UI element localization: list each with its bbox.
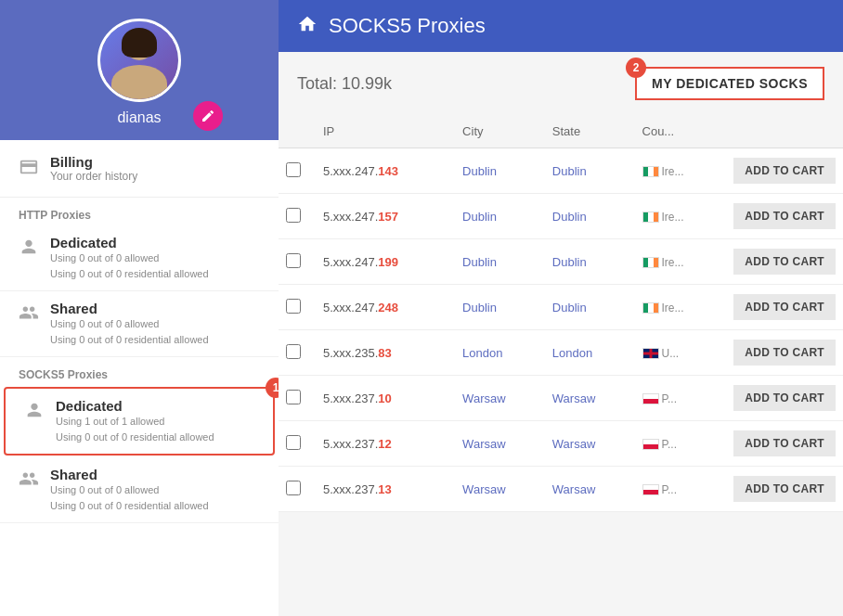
cell-country: Ire... (635, 194, 722, 239)
cell-city: Warsaw (455, 421, 545, 467)
main-header: SOCKS5 Proxies (279, 0, 843, 52)
billing-menu-item[interactable]: Billing Your order history (0, 140, 279, 198)
sidebar-header: dianas (0, 0, 279, 140)
cell-action: ADD TO CART (722, 376, 843, 421)
col-header-state: State (545, 115, 635, 148)
socks5-shared-sub1: Using 0 out of 0 allowed (50, 482, 209, 498)
cell-state: Dublin (545, 239, 635, 285)
add-to-cart-button[interactable]: ADD TO CART (733, 294, 836, 320)
add-to-cart-button[interactable]: ADD TO CART (733, 203, 836, 229)
add-to-cart-button[interactable]: ADD TO CART (733, 385, 836, 411)
total-count: Total: 10.99k (297, 74, 392, 94)
cell-state: Warsaw (545, 376, 635, 421)
add-to-cart-button[interactable]: ADD TO CART (733, 249, 836, 275)
home-icon[interactable] (297, 14, 318, 39)
cell-action: ADD TO CART (722, 148, 843, 194)
proxy-table-body: 5.xxx.247.143DublinDublinIre...ADD TO CA… (279, 148, 843, 512)
cell-action: ADD TO CART (722, 285, 843, 330)
http-dedicated-title: Dedicated (50, 235, 209, 250)
cell-ip: 5.xxx.237.12 (316, 421, 455, 467)
dedicated-btn-wrapper: MY DEDICATED SOCKS 2 (635, 67, 824, 100)
http-shared-title: Shared (50, 301, 209, 316)
cell-country: P... (635, 376, 722, 421)
username-label: dianas (117, 109, 161, 126)
sidebar-item-socks5-shared[interactable]: Shared Using 0 out of 0 allowed Using 0 … (0, 457, 279, 523)
cell-country: P... (635, 421, 722, 467)
table-row: 5.xxx.247.199DublinDublinIre...ADD TO CA… (279, 239, 843, 285)
table-row: 5.xxx.247.143DublinDublinIre...ADD TO CA… (279, 148, 843, 194)
cell-state: Dublin (545, 285, 635, 330)
cell-ip: 5.xxx.235.83 (316, 330, 455, 376)
row-checkbox[interactable] (286, 208, 301, 223)
row-checkbox[interactable] (286, 390, 301, 404)
cell-city: Warsaw (455, 376, 545, 421)
sidebar: dianas Billing Your order history HTTP P… (0, 0, 279, 616)
cell-city: Warsaw (455, 467, 545, 512)
table-row: 5.xxx.247.248DublinDublinIre...ADD TO CA… (279, 285, 843, 330)
main-content: SOCKS5 Proxies Total: 10.99k MY DEDICATE… (279, 0, 843, 616)
cell-ip: 5.xxx.237.10 (316, 376, 455, 421)
person-icon (19, 237, 39, 262)
cell-country: U... (635, 330, 722, 376)
table-row: 5.xxx.237.13WarsawWarsawP...ADD TO CART (279, 467, 843, 512)
cell-country: Ire... (635, 285, 722, 330)
row-checkbox[interactable] (286, 344, 301, 359)
col-header-country: Cou... (635, 115, 722, 148)
sidebar-item-socks5-dedicated[interactable]: Dedicated Using 1 out of 1 allowed Using… (4, 387, 275, 456)
cell-state: Dublin (545, 194, 635, 239)
socks5-dedicated-title: Dedicated (56, 398, 214, 414)
http-dedicated-sub2: Using 0 out of 0 residential allowed (50, 266, 209, 282)
cell-action: ADD TO CART (722, 239, 843, 285)
http-dedicated-sub1: Using 0 out of 0 allowed (50, 250, 209, 266)
table-row: 5.xxx.235.83LondonLondonU...ADD TO CART (279, 330, 843, 376)
billing-title: Billing (50, 154, 137, 170)
socks5-shared-sub2: Using 0 out of 0 residential allowed (50, 498, 209, 514)
row-checkbox[interactable] (286, 253, 301, 268)
row-checkbox[interactable] (286, 435, 301, 450)
table-header-row: IP City State Cou... (279, 115, 843, 148)
cell-state: Warsaw (545, 467, 635, 512)
table-row: 5.xxx.247.157DublinDublinIre...ADD TO CA… (279, 194, 843, 239)
cell-country: P... (635, 467, 722, 512)
pencil-icon (201, 109, 215, 123)
add-to-cart-button[interactable]: ADD TO CART (733, 476, 836, 502)
cell-city: Dublin (455, 285, 545, 330)
toolbar: Total: 10.99k MY DEDICATED SOCKS 2 (279, 52, 843, 115)
socks5-proxies-section-label: SOCKS5 Proxies (0, 357, 279, 385)
cell-action: ADD TO CART (722, 467, 843, 512)
billing-icon (19, 157, 39, 181)
row-checkbox[interactable] (286, 481, 301, 495)
cell-country: Ire... (635, 148, 722, 194)
add-to-cart-button[interactable]: ADD TO CART (733, 340, 836, 366)
page-title: SOCKS5 Proxies (329, 14, 486, 38)
edit-profile-button[interactable] (193, 101, 223, 131)
cell-city: London (455, 330, 545, 376)
main-body: Total: 10.99k MY DEDICATED SOCKS 2 IP Ci… (279, 52, 843, 616)
cell-ip: 5.xxx.247.248 (316, 285, 455, 330)
socks5-dedicated-content: Dedicated Using 1 out of 1 allowed Using… (56, 398, 214, 444)
http-shared-content: Shared Using 0 out of 0 allowed Using 0 … (50, 301, 209, 347)
cell-city: Dublin (455, 194, 545, 239)
person-icon-socks5 (24, 400, 45, 425)
socks5-dedicated-sub1: Using 1 out of 1 allowed (56, 414, 214, 430)
col-header-city: City (455, 115, 545, 148)
billing-info: Billing Your order history (50, 154, 137, 183)
http-proxies-section-label: HTTP Proxies (0, 198, 279, 225)
add-to-cart-button[interactable]: ADD TO CART (733, 430, 836, 456)
row-checkbox[interactable] (286, 162, 301, 177)
proxy-table: IP City State Cou... 5.xxx.247.143Dublin… (279, 115, 843, 512)
sidebar-item-http-dedicated[interactable]: Dedicated Using 0 out of 0 allowed Using… (0, 225, 279, 291)
http-dedicated-content: Dedicated Using 0 out of 0 allowed Using… (50, 235, 209, 281)
avatar (97, 19, 181, 102)
col-header-ip: IP (316, 115, 455, 148)
cell-ip: 5.xxx.247.157 (316, 194, 455, 239)
cell-state: Dublin (545, 148, 635, 194)
cell-city: Dublin (455, 239, 545, 285)
http-shared-sub2: Using 0 out of 0 residential allowed (50, 332, 209, 348)
cell-action: ADD TO CART (722, 421, 843, 467)
http-shared-sub1: Using 0 out of 0 allowed (50, 316, 209, 332)
my-dedicated-socks-button[interactable]: MY DEDICATED SOCKS (635, 67, 824, 100)
add-to-cart-button[interactable]: ADD TO CART (733, 158, 836, 184)
sidebar-item-http-shared[interactable]: Shared Using 0 out of 0 allowed Using 0 … (0, 291, 279, 357)
row-checkbox[interactable] (286, 299, 301, 314)
